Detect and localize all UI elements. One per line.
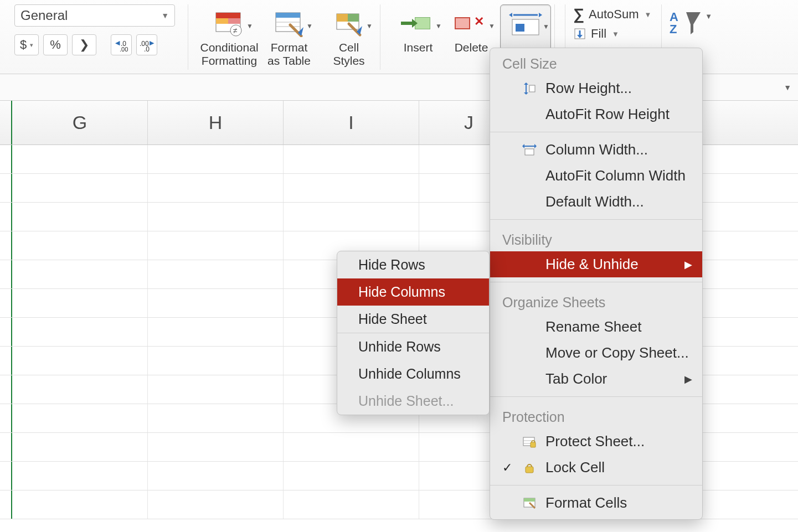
chevron-down-icon[interactable]: ▼ — [784, 83, 791, 92]
menu-item-protect-sheet[interactable]: Protect Sheet... — [490, 428, 702, 454]
cell[interactable] — [12, 462, 148, 490]
cell-styles-label: Cell Styles — [333, 41, 364, 68]
chevron-down-icon: ▼ — [644, 11, 651, 19]
menu-item-label: Default Width... — [545, 193, 644, 210]
menu-item-tab-color[interactable]: Tab Color ▶ — [490, 366, 702, 392]
svg-text:.0: .0 — [144, 45, 150, 51]
checkmark-icon: ✓ — [501, 461, 513, 475]
svg-rect-7 — [216, 13, 240, 18]
column-header[interactable]: I — [284, 101, 419, 144]
submenu-arrow-icon: ▶ — [684, 259, 692, 271]
submenu-item-hide-rows[interactable]: Hide Rows — [337, 251, 489, 278]
menu-divider — [490, 219, 702, 220]
insert-cells-icon — [399, 12, 437, 34]
cell-styles-button[interactable]: ▼ Cell Styles — [321, 4, 377, 70]
menu-divider — [490, 282, 702, 282]
menu-item-format-cells[interactable]: Format Cells — [490, 490, 702, 516]
cell[interactable] — [12, 490, 148, 519]
column-header[interactable]: G — [12, 101, 148, 144]
cell[interactable] — [12, 145, 148, 173]
cell[interactable] — [284, 462, 419, 490]
cell[interactable] — [148, 174, 284, 202]
cell[interactable] — [148, 490, 284, 519]
cell[interactable] — [148, 433, 284, 461]
chevron-down-icon: ▼ — [612, 30, 619, 38]
menu-item-autofit-row[interactable]: AutoFit Row Height — [490, 101, 702, 127]
comma-icon: ❯ — [79, 38, 89, 52]
menu-item-rename-sheet[interactable]: Rename Sheet — [490, 314, 702, 340]
cell[interactable] — [148, 145, 284, 173]
submenu-item-unhide-rows[interactable]: Unhide Rows — [337, 333, 489, 360]
submenu-item-hide-columns[interactable]: Hide Columns — [337, 278, 489, 306]
menu-item-label: AutoFit Column Width — [545, 167, 686, 184]
cell[interactable] — [284, 490, 419, 519]
column-header[interactable]: H — [148, 101, 284, 144]
comma-format-button[interactable]: ❯ — [72, 34, 96, 55]
styles-group: ≠ ▼ Conditional Formatting ▼ Format as T… — [198, 4, 380, 70]
chevron-down-icon: ▼ — [705, 12, 712, 20]
cell[interactable] — [12, 231, 148, 260]
increase-decimal-button[interactable]: ◀ .0 .00 — [111, 34, 132, 55]
delete-cells-icon: ✕ — [452, 12, 491, 34]
cell[interactable] — [148, 231, 284, 260]
number-format-dropdown[interactable]: General ▼ — [14, 4, 175, 27]
autosum-button[interactable]: ∑ AutoSum ▼ — [573, 6, 651, 23]
cell[interactable] — [284, 174, 419, 202]
cell[interactable] — [12, 347, 148, 375]
sigma-icon: ∑ — [573, 6, 584, 23]
insert-cells-button[interactable]: ▼ Insert — [394, 4, 442, 70]
cell[interactable] — [148, 347, 284, 375]
menu-divider — [490, 396, 702, 397]
percent-format-button[interactable]: % — [43, 34, 68, 55]
cell[interactable] — [148, 318, 284, 346]
svg-rect-29 — [529, 85, 535, 92]
cell[interactable] — [12, 174, 148, 202]
cell[interactable] — [12, 404, 148, 432]
cell[interactable] — [12, 375, 148, 404]
cell[interactable] — [148, 289, 284, 317]
cell[interactable] — [148, 260, 284, 288]
cell[interactable] — [148, 375, 284, 404]
column-width-icon — [521, 143, 538, 157]
accounting-format-button[interactable]: $ — [14, 34, 39, 55]
cell[interactable] — [12, 318, 148, 346]
submenu-item-hide-sheet[interactable]: Hide Sheet — [337, 306, 489, 333]
cell[interactable] — [12, 203, 148, 231]
cell[interactable] — [284, 433, 419, 461]
menu-item-row-height[interactable]: Row Height... — [490, 75, 702, 101]
chevron-down-icon: ▼ — [366, 22, 373, 30]
submenu-arrow-icon: ▶ — [684, 373, 692, 385]
delete-cells-button[interactable]: ✕ ▼ Delete — [447, 4, 496, 70]
menu-item-column-width[interactable]: Column Width... — [490, 137, 702, 163]
cell[interactable] — [148, 462, 284, 490]
cell[interactable] — [12, 433, 148, 461]
svg-rect-25 — [516, 24, 524, 32]
svg-rect-18 — [348, 14, 359, 22]
submenu-item-unhide-columns[interactable]: Unhide Columns — [337, 360, 489, 388]
cell[interactable] — [148, 404, 284, 432]
menu-item-hide-unhide[interactable]: Hide & Unhide ▶ — [490, 251, 702, 277]
cell[interactable] — [148, 203, 284, 231]
menu-item-label: Column Width... — [545, 141, 648, 158]
number-format-group: General ▼ $ % ❯ ◀ .0 .00 — [11, 4, 188, 70]
cell[interactable] — [284, 203, 419, 231]
fill-button[interactable]: Fill ▼ — [573, 27, 651, 41]
menu-item-move-copy-sheet[interactable]: Move or Copy Sheet... — [490, 340, 702, 366]
submenu-item-unhide-sheet: Unhide Sheet... — [337, 388, 489, 415]
menu-item-autofit-column[interactable]: AutoFit Column Width — [490, 163, 702, 189]
cell[interactable] — [12, 289, 148, 317]
menu-item-label: Move or Copy Sheet... — [545, 344, 689, 361]
cell[interactable] — [12, 260, 148, 288]
conditional-formatting-icon: ≠ — [214, 9, 245, 37]
menu-item-default-width[interactable]: Default Width... — [490, 189, 702, 215]
format-menu: Cell Size Row Height... AutoFit Row Heig… — [490, 48, 703, 520]
menu-item-lock-cell[interactable]: ✓ Lock Cell — [490, 454, 702, 481]
svg-text:Z: Z — [670, 22, 677, 36]
menu-divider — [490, 132, 702, 132]
chevron-down-icon: ▼ — [306, 22, 313, 30]
decrease-decimal-button[interactable]: .00 ▶ .0 — [136, 34, 157, 55]
format-as-table-button[interactable]: ▼ Format as Table — [261, 4, 317, 70]
fill-label: Fill — [591, 27, 606, 41]
conditional-formatting-button[interactable]: ≠ ▼ Conditional Formatting — [202, 4, 257, 70]
cell[interactable] — [284, 145, 419, 173]
